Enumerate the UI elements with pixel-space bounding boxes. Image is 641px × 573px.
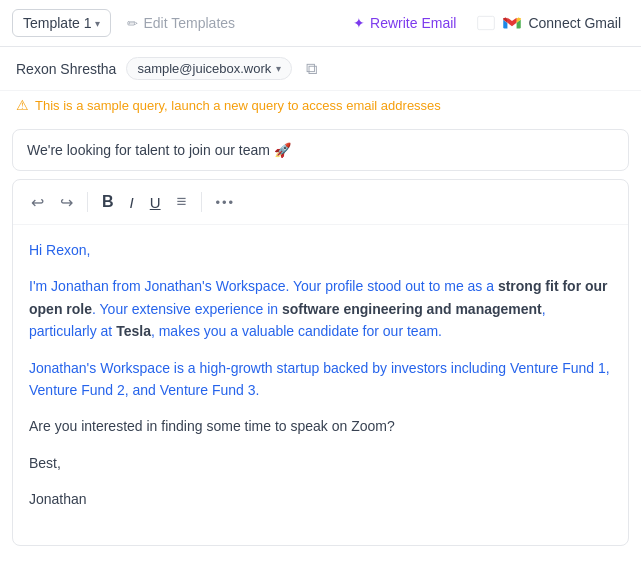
email-para2: Jonathan's Workspace is a high-growth st…: [29, 357, 612, 402]
italic-icon: I: [130, 194, 134, 211]
copy-icon: ⧉: [306, 60, 317, 77]
more-icon: •••: [216, 195, 236, 210]
warning-text: This is a sample query, launch a new que…: [35, 98, 441, 113]
email-signature: Jonathan: [29, 488, 612, 510]
underline-button[interactable]: U: [144, 190, 167, 215]
chevron-down-icon: ▾: [95, 18, 100, 29]
editor-toolbar: ↩ ↪ B I U ≡ •••: [13, 180, 628, 225]
redo-icon: ↪: [60, 193, 73, 212]
rewrite-label: Rewrite Email: [370, 15, 456, 31]
email-para3: Are you interested in finding some time …: [29, 415, 612, 437]
list-icon: ≡: [177, 192, 187, 212]
email-para1: I'm Jonathan from Jonathan's Workspace. …: [29, 275, 612, 342]
recipient-email: sample@juicebox.work: [137, 61, 271, 76]
email-closing: Best,: [29, 452, 612, 474]
underline-icon: U: [150, 194, 161, 211]
email-dropdown[interactable]: sample@juicebox.work ▾: [126, 57, 292, 80]
subject-text: We're looking for talent to join our tea…: [27, 142, 291, 158]
connect-gmail-label: Connect Gmail: [528, 15, 621, 31]
toolbar-divider-2: [201, 192, 202, 212]
top-toolbar: Template 1 ▾ ✏ Edit Templates ✦ Rewrite …: [0, 0, 641, 47]
toolbar-divider-1: [87, 192, 88, 212]
gmail-m-icon: [502, 13, 522, 33]
list-button[interactable]: ≡: [171, 188, 193, 216]
email-body[interactable]: Hi Rexon, I'm Jonathan from Jonathan's W…: [13, 225, 628, 545]
svg-marker-1: [507, 18, 517, 26]
email-editor: ↩ ↪ B I U ≡ ••• Hi Rexon, I'm Jonathan f…: [12, 179, 629, 546]
undo-button[interactable]: ↩: [25, 189, 50, 216]
email-chevron-icon: ▾: [276, 63, 281, 74]
edit-templates-button[interactable]: ✏ Edit Templates: [119, 10, 243, 36]
gmail-icon: [476, 13, 496, 33]
warning-row: ⚠ This is a sample query, launch a new q…: [0, 91, 641, 121]
connect-gmail-button[interactable]: Connect Gmail: [468, 8, 629, 38]
copy-email-button[interactable]: ⧉: [302, 58, 321, 80]
template-dropdown[interactable]: Template 1 ▾: [12, 9, 111, 37]
email-greeting: Hi Rexon,: [29, 239, 612, 261]
edit-templates-label: Edit Templates: [143, 15, 235, 31]
rewrite-email-button[interactable]: ✦ Rewrite Email: [345, 10, 464, 36]
bold-icon: B: [102, 193, 114, 211]
italic-button[interactable]: I: [124, 190, 140, 215]
template-label: Template 1: [23, 15, 91, 31]
pencil-icon: ✏: [127, 16, 138, 31]
warning-icon: ⚠: [16, 97, 29, 113]
more-options-button[interactable]: •••: [210, 191, 242, 214]
recipient-name: Rexon Shrestha: [16, 61, 116, 77]
subject-field[interactable]: We're looking for talent to join our tea…: [12, 129, 629, 171]
redo-button[interactable]: ↪: [54, 189, 79, 216]
undo-icon: ↩: [31, 193, 44, 212]
bold-button[interactable]: B: [96, 189, 120, 215]
sparkle-icon: ✦: [353, 15, 365, 31]
recipient-row: Rexon Shrestha sample@juicebox.work ▾ ⧉: [0, 47, 641, 91]
